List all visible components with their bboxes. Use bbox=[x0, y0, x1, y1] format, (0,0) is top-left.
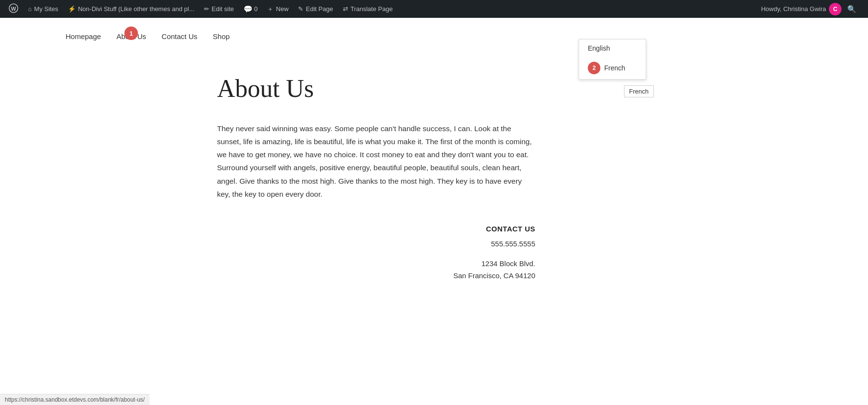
status-bar: https://christina.sandbox.etdevs.com/bla… bbox=[0, 394, 149, 405]
contact-phone: 555.555.5555 bbox=[217, 240, 535, 248]
non-divi-menu[interactable]: ⚡ Non-Divi Stuff (Like other themes and … bbox=[63, 0, 199, 18]
divi-icon: ⚡ bbox=[68, 5, 76, 13]
nav-item-homepage[interactable]: Homepage bbox=[58, 27, 108, 45]
edit-page-menu[interactable]: ✎ Edit Page bbox=[293, 0, 338, 18]
nav-item-about-us[interactable]: 1 About Us bbox=[108, 27, 154, 45]
edit-page-label: Edit Page bbox=[306, 5, 333, 13]
nav-contact-us-label: Contact Us bbox=[162, 32, 197, 40]
contact-section: CONTACT US 555.555.5555 1234 Block Blvd.… bbox=[217, 225, 535, 282]
page-body: They never said winning was easy. Some p… bbox=[217, 122, 535, 201]
translate-icon: ⇄ bbox=[343, 5, 348, 13]
page-title: About Us bbox=[217, 74, 579, 103]
edit-site-menu[interactable]: ✏ Edit site bbox=[199, 0, 239, 18]
new-menu[interactable]: ＋ New bbox=[262, 0, 293, 18]
avatar-initial: C bbox=[833, 6, 838, 13]
lang-option-english[interactable]: English bbox=[579, 40, 646, 57]
svg-text:W: W bbox=[11, 6, 16, 12]
admin-bar: W ⌂ My Sites ⚡ Non-Divi Stuff (Like othe… bbox=[0, 0, 868, 18]
wordpress-icon: W bbox=[9, 3, 18, 14]
edit-site-label: Edit site bbox=[212, 5, 234, 13]
comments-count: 0 bbox=[254, 5, 258, 13]
avatar[interactable]: C bbox=[829, 3, 841, 15]
comments-menu[interactable]: 💬 0 bbox=[239, 0, 262, 18]
translate-label: Translate Page bbox=[351, 5, 393, 13]
nav-item-contact-us[interactable]: Contact Us bbox=[154, 27, 205, 45]
edit-site-icon: ✏ bbox=[204, 5, 209, 13]
plus-icon: ＋ bbox=[267, 5, 273, 14]
nav-homepage-label: Homepage bbox=[66, 32, 101, 40]
main-content: About Us They never said winning was eas… bbox=[0, 45, 579, 301]
status-url: https://christina.sandbox.etdevs.com/bla… bbox=[5, 396, 145, 403]
site-navigation: Homepage 1 About Us Contact Us Shop Engl… bbox=[0, 18, 868, 45]
search-button[interactable]: 🔍 bbox=[844, 5, 859, 14]
admin-bar-right: Howdy, Christina Gwira C 🔍 bbox=[761, 3, 864, 15]
nav-item-shop[interactable]: Shop bbox=[205, 27, 237, 45]
my-sites-label: My Sites bbox=[34, 5, 58, 13]
nav-shop-label: Shop bbox=[213, 32, 230, 40]
wordpress-logo[interactable]: W bbox=[4, 0, 23, 18]
language-dropdown: English 2 French bbox=[579, 39, 646, 80]
translate-page-menu[interactable]: ⇄ Translate Page bbox=[338, 0, 398, 18]
about-us-badge: 1 bbox=[124, 27, 138, 40]
howdy-text: Howdy, Christina Gwira bbox=[761, 5, 826, 13]
french-badge: 2 bbox=[588, 62, 600, 74]
sites-icon: ⌂ bbox=[28, 5, 32, 13]
nav-menu: Homepage 1 About Us Contact Us Shop bbox=[58, 27, 237, 45]
new-label: New bbox=[276, 5, 288, 13]
address-line2: San Francisco, CA 94120 bbox=[217, 270, 535, 282]
contact-address: 1234 Block Blvd. San Francisco, CA 94120 bbox=[217, 257, 535, 282]
lang-option-french[interactable]: 2 French bbox=[579, 57, 646, 79]
comment-icon: 💬 bbox=[244, 5, 253, 14]
pencil-icon: ✎ bbox=[298, 5, 303, 13]
french-tooltip: French bbox=[624, 85, 654, 97]
address-line1: 1234 Block Blvd. bbox=[217, 257, 535, 270]
contact-heading: CONTACT US bbox=[217, 225, 535, 233]
english-label: English bbox=[588, 44, 610, 52]
my-sites-menu[interactable]: ⌂ My Sites bbox=[23, 0, 63, 18]
non-divi-label: Non-Divi Stuff (Like other themes and pl… bbox=[78, 5, 194, 13]
french-label: French bbox=[604, 64, 625, 72]
french-tooltip-text: French bbox=[629, 88, 649, 95]
french-badge-number: 2 bbox=[593, 65, 596, 71]
